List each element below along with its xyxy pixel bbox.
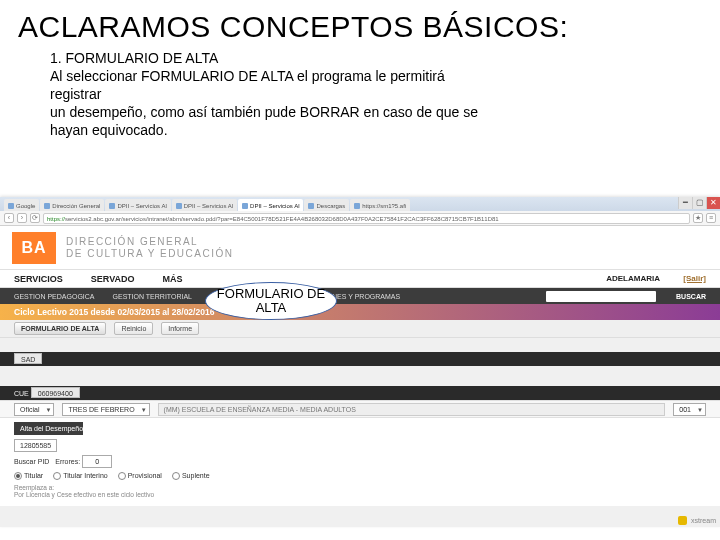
- tab-label: DPII – Servicios Al: [117, 203, 166, 209]
- pid-input[interactable]: 12805585: [14, 439, 57, 452]
- nav-forward-button[interactable]: ›: [17, 213, 27, 223]
- sad-label: SAD: [14, 353, 42, 364]
- favicon-icon: [44, 203, 50, 209]
- url-text: servicios2.abc.gov.ar/servicios/intranet…: [65, 216, 499, 222]
- nav-reload-button[interactable]: ⟳: [30, 213, 40, 223]
- browser-tab[interactable]: DPII – Servicios Al: [105, 199, 170, 211]
- tab-label: DPII – Servicios Al: [250, 203, 299, 209]
- current-user: ADELAMARIA: [606, 274, 660, 283]
- radio-provisional[interactable]: [118, 472, 126, 480]
- radio-titular-label: Titular: [24, 472, 43, 479]
- search-input[interactable]: [546, 291, 656, 302]
- tipo-select[interactable]: Oficial: [14, 403, 54, 416]
- nav-gestion-territorial[interactable]: GESTION TERRITORIAL: [113, 293, 192, 300]
- informe-button[interactable]: Informe: [161, 322, 199, 335]
- alta-section: Alta del Desempeño 12805585 Buscar PID E…: [0, 418, 720, 506]
- search-button[interactable]: BUSCAR: [676, 293, 706, 300]
- ba-logo: BA: [12, 232, 56, 264]
- formulario-alta-button[interactable]: FORMULARIO DE ALTA: [14, 322, 106, 335]
- embedded-screenshot: Google Dirección General DPII – Servicio…: [0, 197, 720, 527]
- sad-row: SAD: [0, 352, 720, 366]
- header-line2: DE CULTURA Y EDUCACIÓN: [66, 248, 233, 260]
- browser-tab[interactable]: Dirección General: [40, 199, 104, 211]
- reemplaza-label: Reemplaza a:: [14, 484, 706, 491]
- tab-label: Google: [16, 203, 35, 209]
- alta-section-title: Alta del Desempeño: [14, 422, 83, 435]
- favicon-icon: [8, 203, 14, 209]
- url-scheme: https://: [47, 216, 65, 222]
- cue-value: 060969400: [31, 387, 80, 398]
- nav-back-button[interactable]: ‹: [4, 213, 14, 223]
- cue-label: CUE: [14, 390, 29, 397]
- header-line1: DIRECCIÓN GENERAL: [66, 236, 233, 248]
- nav-mas[interactable]: MÁS: [163, 274, 183, 284]
- buscar-pid-label: Buscar PID: [14, 458, 49, 465]
- radio-provisional-label: Provisional: [128, 472, 162, 479]
- site-header-title: DIRECCIÓN GENERAL DE CULTURA Y EDUCACIÓN: [66, 236, 233, 259]
- reinicio-button[interactable]: Reinicio: [114, 322, 153, 335]
- browser-tab[interactable]: DPII – Servicios Al: [172, 199, 237, 211]
- radio-suplente[interactable]: [172, 472, 180, 480]
- footer-brand: xstream: [691, 517, 716, 524]
- radio-titular-interino[interactable]: [53, 472, 61, 480]
- situacion-radios: Titular Titular Interino Provisional Sup…: [14, 472, 706, 480]
- browser-tab[interactable]: Descargas: [304, 199, 349, 211]
- cue-row: CUE 060969400: [0, 386, 720, 400]
- slide-heading: 1. FORMULARIO DE ALTA: [50, 50, 480, 68]
- radio-titular[interactable]: [14, 472, 22, 480]
- slide-body: 1. FORMULARIO DE ALTA Al seleccionar FOR…: [50, 50, 480, 140]
- numero-select[interactable]: 001: [673, 403, 706, 416]
- distrito-select[interactable]: TRES DE FEBRERO: [62, 403, 149, 416]
- window-maximize-button[interactable]: ▢: [692, 197, 706, 209]
- motivo-text: Por Licencia y Cese efectivo en este cic…: [14, 491, 706, 498]
- footer-bar: xstream: [678, 516, 716, 525]
- url-field[interactable]: https://servicios2.abc.gov.ar/servicios/…: [43, 213, 690, 224]
- secondary-nav: GESTION PEDAGOGICA GESTION TERRITORIAL G…: [0, 288, 720, 304]
- favicon-icon: [109, 203, 115, 209]
- errores-input[interactable]: 0: [82, 455, 112, 468]
- site-header: BA DIRECCIÓN GENERAL DE CULTURA Y EDUCAC…: [0, 226, 720, 270]
- logout-link[interactable]: [Salir]: [683, 274, 706, 283]
- favicon-icon: [242, 203, 248, 209]
- window-controls: ━ ▢ ✕: [678, 197, 720, 209]
- window-close-button[interactable]: ✕: [706, 197, 720, 209]
- slide-p1: Al seleccionar FORMULARIO DE ALTA el pro…: [50, 68, 480, 104]
- favicon-icon: [354, 203, 360, 209]
- slide-p2: un desempeño, como así también pude BORR…: [50, 104, 480, 140]
- errores-label: Errores:: [55, 458, 80, 465]
- menu-button[interactable]: ≡: [706, 213, 716, 223]
- callout-formulario-alta: FORMULARIO DE ALTA: [205, 282, 337, 320]
- browser-tab[interactable]: Google: [4, 199, 39, 211]
- toolbar: FORMULARIO DE ALTA Reinicio Informe: [0, 320, 720, 338]
- slide-title: ACLARAMOS CONCEPTOS BÁSICOS:: [18, 10, 702, 44]
- tab-label: Dirección General: [52, 203, 100, 209]
- browser-tab-active[interactable]: DPII – Servicios Al: [238, 199, 303, 211]
- nav-gestion-pedagogica[interactable]: GESTION PEDAGOGICA: [14, 293, 95, 300]
- favicon-icon: [308, 203, 314, 209]
- radio-titular-interino-label: Titular Interino: [63, 472, 107, 479]
- primary-nav: SERVICIOS SERVADO MÁS ADELAMARIA [Salir]: [0, 270, 720, 288]
- address-bar: ‹ › ⟳ https://servicios2.abc.gov.ar/serv…: [0, 211, 720, 226]
- tab-label: DPII – Servicios Al: [184, 203, 233, 209]
- school-filter-row: Oficial TRES DE FEBRERO (MM) ESCUELA DE …: [0, 400, 720, 418]
- bookmark-button[interactable]: ★: [693, 213, 703, 223]
- nav-servicios[interactable]: SERVICIOS: [14, 274, 63, 284]
- tab-label: Descargas: [316, 203, 345, 209]
- tab-label: https://sm1?5.afi: [362, 203, 406, 209]
- radio-suplente-label: Suplente: [182, 472, 210, 479]
- browser-tab-strip: Google Dirección General DPII – Servicio…: [0, 197, 720, 211]
- escuela-field[interactable]: (MM) ESCUELA DE ENSEÑANZA MEDIA - MEDIA …: [158, 403, 666, 416]
- nav-servado[interactable]: SERVADO: [91, 274, 135, 284]
- cycle-banner: Ciclo Lectivo 2015 desde 02/03/2015 al 2…: [0, 304, 720, 320]
- favicon-icon: [176, 203, 182, 209]
- app-badge-icon: [678, 516, 687, 525]
- browser-tab[interactable]: https://sm1?5.afi: [350, 199, 410, 211]
- window-minimize-button[interactable]: ━: [678, 197, 692, 209]
